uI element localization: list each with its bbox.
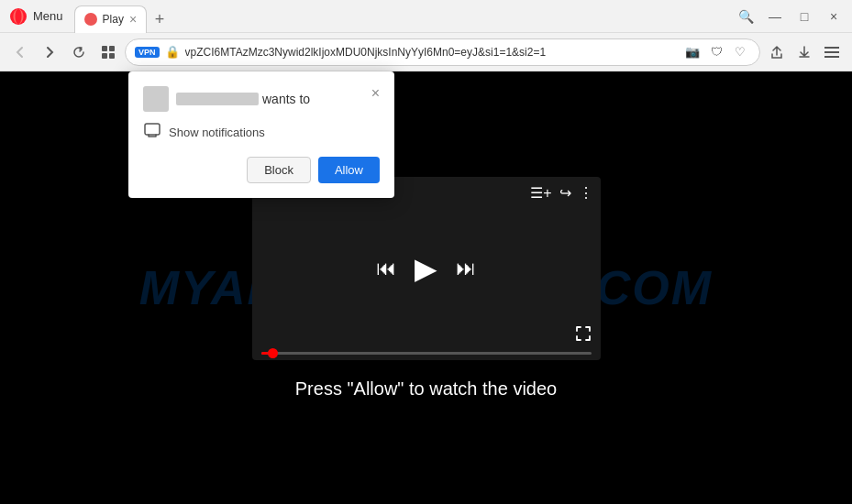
svg-point-2 [16, 9, 22, 24]
svg-rect-5 [102, 53, 107, 59]
share-button[interactable] [764, 39, 790, 65]
close-button[interactable]: × [823, 5, 845, 27]
menu-label[interactable]: Menu [33, 9, 63, 23]
camera-icon[interactable]: 📷 [682, 42, 703, 62]
address-icons: 📷 🛡 ♡ [682, 42, 750, 62]
tab-close-icon[interactable]: × [129, 13, 137, 26]
progress-dot [268, 348, 278, 358]
nav-bar: VPN 🔒 vpZCI6MTAzMzc3Nywid2lkIjoxMDU0Njks… [0, 33, 852, 71]
play-button[interactable]: ▶ [415, 251, 437, 286]
grid-button[interactable] [95, 39, 121, 65]
opera-logo[interactable] [7, 5, 29, 27]
notification-popup: wants to × Show notifications Block Allo… [128, 71, 394, 198]
svg-rect-6 [109, 53, 115, 59]
video-bottom-controls [252, 346, 601, 360]
popup-close-button[interactable]: × [371, 86, 380, 101]
permission-label: Show notifications [169, 126, 265, 139]
progress-bar[interactable] [261, 352, 592, 355]
progress-fill [261, 352, 268, 355]
queue-icon[interactable]: ☰+ [530, 184, 551, 202]
video-top-controls: ☰+ ↪ ⋮ [530, 184, 592, 202]
hamburger-menu-button[interactable] [819, 39, 845, 65]
tab-bar: Play × + [74, 0, 731, 33]
title-bar: Menu Play × + 🔍 — □ × [0, 0, 852, 33]
popup-site-info: wants to [143, 86, 310, 112]
bookmark-icon[interactable]: ♡ [730, 42, 750, 62]
video-player: ☰+ ↪ ⋮ ⏮ ▶ ⏭ [252, 177, 601, 360]
back-button[interactable] [7, 39, 33, 65]
nav-right-icons [764, 39, 845, 65]
popup-permission-row: Show notifications [143, 121, 380, 144]
rewind-button[interactable]: ⏮ [376, 257, 396, 280]
window-controls: 🔍 — □ × [735, 5, 845, 27]
vpn-badge: VPN [135, 47, 160, 58]
url-display[interactable]: vpZCI6MTAzMzc3Nywid2lkIjoxMDU0NjksInNyYy… [185, 46, 677, 59]
press-allow-text: Press "Allow" to watch the video [295, 378, 557, 400]
share-video-icon[interactable]: ↪ [559, 184, 571, 202]
svg-rect-10 [145, 124, 160, 135]
reload-button[interactable] [66, 39, 92, 65]
svg-rect-3 [102, 46, 107, 51]
forward-button[interactable] [37, 39, 62, 65]
new-tab-button[interactable]: + [147, 7, 172, 33]
maximize-button[interactable]: □ [793, 5, 815, 27]
svg-rect-4 [109, 46, 115, 51]
minimize-button[interactable]: — [764, 5, 786, 27]
browser-frame: Menu Play × + 🔍 — □ × [0, 0, 852, 504]
lock-icon: 🔒 [165, 45, 180, 59]
skip-forward-button[interactable]: ⏭ [456, 257, 476, 280]
fullscreen-button[interactable] [575, 325, 592, 345]
address-bar[interactable]: VPN 🔒 vpZCI6MTAzMzc3Nywid2lkIjoxMDU0Njks… [125, 38, 760, 66]
notification-perm-icon [143, 121, 161, 144]
site-name-blurred [176, 93, 259, 105]
active-tab[interactable]: Play × [74, 5, 148, 33]
search-button[interactable]: 🔍 [735, 5, 757, 27]
wants-to-label: wants to [262, 92, 310, 106]
video-center-controls: ⏮ ▶ ⏭ [376, 251, 476, 286]
allow-button[interactable]: Allow [318, 157, 380, 183]
shield-address-icon[interactable]: 🛡 [706, 42, 726, 62]
site-favicon [143, 86, 169, 112]
tab-favicon [84, 13, 97, 26]
block-button[interactable]: Block [247, 157, 311, 183]
popup-buttons: Block Allow [143, 157, 380, 183]
tab-title: Play [103, 13, 124, 26]
popup-header: wants to × [143, 86, 380, 112]
more-video-icon[interactable]: ⋮ [579, 184, 593, 202]
page-content: MYANTISPYWARE.COM ☰+ ↪ ⋮ ⏮ ▶ ⏭ [0, 71, 852, 504]
download-button[interactable] [791, 39, 817, 65]
site-name-area: wants to [176, 92, 310, 106]
